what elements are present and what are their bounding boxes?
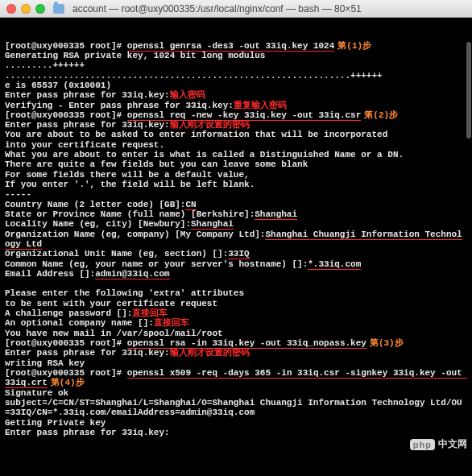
out-email-prompt: Email Address []: [5,269,95,279]
folder-icon [53,4,64,14]
annotation-prev-password-2: 输入刚才设置的密码 [170,348,250,358]
annotation-reenter-password: 重复输入密码 [234,101,287,110]
annotation-enter-password: 输入密码 [170,90,205,100]
out-sigok: Signature ok [5,388,68,398]
out-subject: subject=/C=CN/ST=Shanghai/L=Shanghai/O=S… [5,398,462,417]
out-mail: You have new mail in /var/spool/mail/roo… [5,329,223,338]
annotation-enter-2: 直接回车 [154,318,189,328]
close-icon[interactable] [6,4,16,14]
out-country-prompt: Country Name (2 letter code) [GB]: [5,200,185,209]
watermark: php 中文网 [410,439,467,450]
zoom-icon[interactable] [35,4,45,14]
out-ocn: An optional company name []: [5,318,154,328]
out-about5: For some fields there will be a default … [5,170,250,180]
val-locality: Shanghai [191,219,234,230]
out-chpw: A challenge password []: [5,308,132,318]
val-ou: 33IQ [228,249,249,259]
step-2-label: 第(2)步 [364,110,398,120]
command-2: openssl req -new -key 33iq.key -out 33iq… [127,110,361,121]
out-cn-prompt: Common Name (eg, your name or your serve… [5,259,308,269]
out-enterpp4: Enter pass phrase for 33iq.key: [5,428,170,437]
window-title: account — root@uxy000335:/usr/local/ngin… [72,3,362,14]
annotation-enter-1: 直接回车 [132,308,168,318]
prompt: [root@uxy000335 root]# [5,110,122,120]
out-enterpp3: Enter pass phrase for 33iq.key: [5,348,170,358]
out-gen: Generating RSA private key, 1024 bit lon… [5,51,265,60]
step-1-label: 第(1)步 [337,41,371,51]
val-email: admin@33iq.com [95,269,169,279]
prompt: [root@uxy000335 root]# [5,41,122,51]
val-state: Shanghai [255,209,297,220]
window-titlebar: account — root@uxy000335:/usr/local/ngin… [0,0,472,18]
out-state-prompt: State or Province Name (full name) [Berk… [5,209,255,219]
watermark-text: 中文网 [438,439,467,449]
val-country: CN [185,200,196,210]
out-dots2: ........................................… [5,71,383,81]
out-about4: There are quite a few fields but you can… [5,159,308,169]
prompt: [root@uxy000335 root]# [5,368,122,378]
out-wrsa: writing RSA key [5,358,85,368]
out-ou-prompt: Organizational Unit Name (eg, section) [… [5,249,228,259]
step-3-label: 第(3)步 [370,338,404,348]
out-verifypp: Verifying - Enter pass phrase for 33iq.k… [5,101,234,110]
out-dots1: .........++++++ [5,60,85,70]
out-eis: e is 65537 (0x10001) [5,81,111,90]
terminal-output[interactable]: [root@uxy000335 root]# openssl genrsa -d… [0,18,472,476]
out-org-prompt: Organization Name (eg, company) [My Comp… [5,230,265,239]
scrollbar[interactable] [466,42,471,139]
out-about6: If you enter '.', the field will be left… [5,180,255,189]
out-enterpp2: Enter pass phrase for 33iq.key: [5,120,170,130]
out-extra1: Please enter the following 'extra' attri… [5,288,244,298]
out-locality-prompt: Locality Name (eg, city) [Newbury]: [5,219,191,229]
out-enterpp: Enter pass phrase for 33iq.key: [5,90,170,100]
watermark-logo: php [410,439,435,450]
command-1: openssl genrsa -des3 -out 33iq.key 1024 [127,41,334,52]
val-cn: *.33iq.com [308,259,361,270]
out-extra2: to be sent with your certificate request [5,299,217,308]
minimize-icon[interactable] [21,4,31,14]
out-about2: into your certificate request. [5,140,164,150]
out-dash: ----- [5,189,31,199]
out-about3: What you are about to enter is what is c… [5,150,404,159]
annotation-prev-password: 输入刚才设置的密码 [170,120,250,130]
out-getpk: Getting Private key [5,418,106,428]
out-about1: You are about to be asked to enter infor… [5,130,387,139]
prompt: [root@uxy000335 root]# [5,338,122,348]
